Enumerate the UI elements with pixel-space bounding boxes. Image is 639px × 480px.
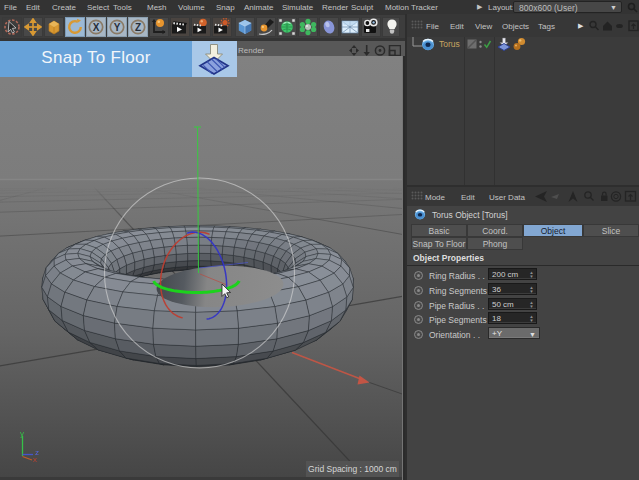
svg-text:Y: Y [114,22,121,33]
svg-text:Z: Z [135,22,141,33]
svg-text:X: X [93,22,100,33]
